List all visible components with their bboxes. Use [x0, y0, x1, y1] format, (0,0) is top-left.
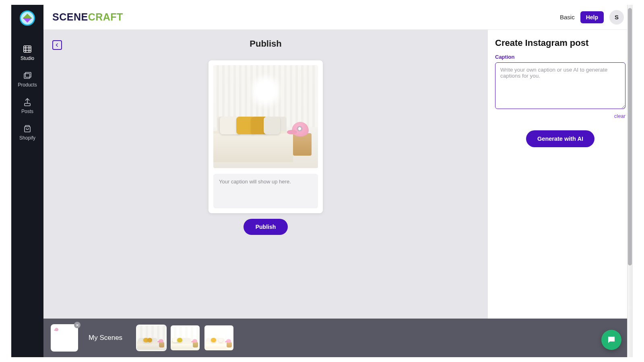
sidebar-item-label: Studio: [21, 56, 34, 61]
scene-thumb[interactable]: [137, 325, 166, 350]
scene-thumbnails: [137, 325, 233, 350]
scene-thumb[interactable]: [171, 325, 200, 350]
sidebar: Studio Products Posts Shopify: [11, 5, 43, 357]
plan-label[interactable]: Basic: [560, 14, 575, 21]
work-area: Publish Your caption will show up here.: [43, 30, 633, 357]
sidebar-item-products[interactable]: Products: [11, 67, 43, 93]
sidebar-item-label: Shopify: [19, 135, 35, 141]
chevron-left-icon: [55, 43, 60, 47]
scenes-tray: ✕ My Scenes: [43, 319, 627, 357]
brand-wordmark: SCENECRAFT: [52, 11, 123, 23]
app-frame: Studio Products Posts Shopify SCENECRAFT…: [11, 5, 633, 357]
sidebar-item-shopify[interactable]: Shopify: [11, 120, 43, 146]
film-icon: [23, 44, 32, 54]
caption-label: Caption: [495, 54, 625, 60]
app-logo-icon: [20, 10, 35, 26]
canvas-zone: Publish Your caption will show up here.: [43, 30, 488, 357]
selected-product-chip[interactable]: ✕: [51, 324, 78, 352]
sidebar-item-label: Products: [18, 82, 37, 88]
clear-caption-link[interactable]: clear: [495, 113, 625, 119]
caption-input[interactable]: [495, 62, 625, 109]
product-cap-icon: [292, 122, 309, 136]
panel-title: Create Instagram post: [495, 38, 625, 48]
chat-icon: [607, 335, 616, 345]
svg-rect-6: [25, 72, 31, 77]
svg-rect-0: [24, 46, 31, 52]
tray-label: My Scenes: [89, 334, 122, 342]
chat-fab[interactable]: [601, 330, 621, 350]
publish-button[interactable]: Publish: [244, 219, 288, 235]
scene-image: [213, 65, 318, 168]
help-button[interactable]: Help: [580, 11, 604, 23]
right-panel: Create Instagram post Caption clear Gene…: [488, 30, 633, 357]
header: SCENECRAFT Basic Help S: [43, 5, 633, 30]
caption-preview: Your caption will show up here.: [213, 174, 318, 208]
post-preview-card: Your caption will show up here.: [208, 60, 323, 213]
sidebar-item-studio[interactable]: Studio: [11, 40, 43, 67]
main-column: SCENECRAFT Basic Help S Publish: [43, 5, 633, 357]
back-button[interactable]: [52, 40, 62, 50]
layers-icon: [23, 71, 32, 80]
avatar[interactable]: S: [609, 10, 624, 25]
svg-rect-5: [24, 74, 30, 78]
scrollbar-thumb[interactable]: [628, 8, 632, 265]
sidebar-item-posts[interactable]: Posts: [11, 93, 43, 120]
sidebar-item-label: Posts: [21, 109, 33, 114]
page-title: Publish: [250, 39, 281, 49]
upload-icon: [23, 97, 32, 107]
svg-rect-7: [25, 103, 30, 106]
cap-icon: [55, 328, 58, 331]
shopping-bag-icon: [23, 124, 32, 134]
scene-thumb[interactable]: [204, 325, 233, 350]
generate-ai-button[interactable]: Generate with AI: [526, 130, 594, 147]
